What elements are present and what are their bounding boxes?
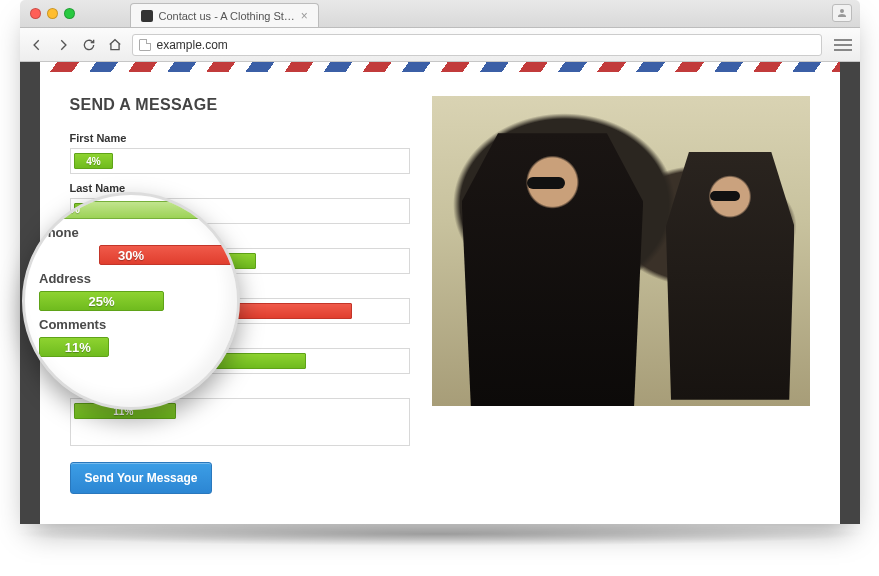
- first-name-input[interactable]: 4%: [70, 148, 410, 174]
- page-icon: [139, 39, 151, 51]
- hamburger-menu-icon[interactable]: [834, 39, 852, 51]
- lens-pct-comments: 11%: [65, 340, 91, 355]
- lens-pct-phone: 30%: [118, 248, 144, 263]
- minimize-window-icon[interactable]: [47, 8, 58, 19]
- url-text: example.com: [157, 38, 228, 52]
- window-controls: [30, 8, 75, 19]
- hero-image-column: [432, 96, 810, 494]
- browser-tab[interactable]: Contact us - A Clothing St… ×: [130, 3, 319, 27]
- home-button[interactable]: [106, 36, 124, 54]
- send-message-button[interactable]: Send Your Message: [70, 462, 213, 494]
- lens-pct-address: 25%: [89, 294, 115, 309]
- url-bar: example.com: [20, 28, 860, 62]
- magnifier-lens: 20% Phone 30% Address 25% Comments 11%: [22, 192, 240, 410]
- close-window-icon[interactable]: [30, 8, 41, 19]
- lens-top-pct: 20%: [56, 202, 80, 216]
- forward-button[interactable]: [54, 36, 72, 54]
- hero-image: [432, 96, 810, 406]
- reload-button[interactable]: [80, 36, 98, 54]
- label-first-name: First Name: [70, 132, 410, 144]
- lens-label-comments: Comments: [39, 317, 223, 332]
- shadow: [10, 522, 870, 546]
- close-tab-icon[interactable]: ×: [301, 9, 308, 23]
- maximize-window-icon[interactable]: [64, 8, 75, 19]
- tab-bar: Contact us - A Clothing St… ×: [20, 0, 860, 28]
- lens-label-phone: Phone: [39, 225, 223, 240]
- lens-label-address: Address: [39, 271, 223, 286]
- user-menu-button[interactable]: [832, 4, 852, 22]
- favicon-icon: [141, 10, 153, 22]
- pct-first-name: 4%: [86, 156, 100, 167]
- airmail-stripe: [40, 62, 840, 72]
- back-button[interactable]: [28, 36, 46, 54]
- tab-title: Contact us - A Clothing St…: [159, 10, 295, 22]
- form-heading: SEND A MESSAGE: [70, 96, 410, 114]
- address-bar[interactable]: example.com: [132, 34, 822, 56]
